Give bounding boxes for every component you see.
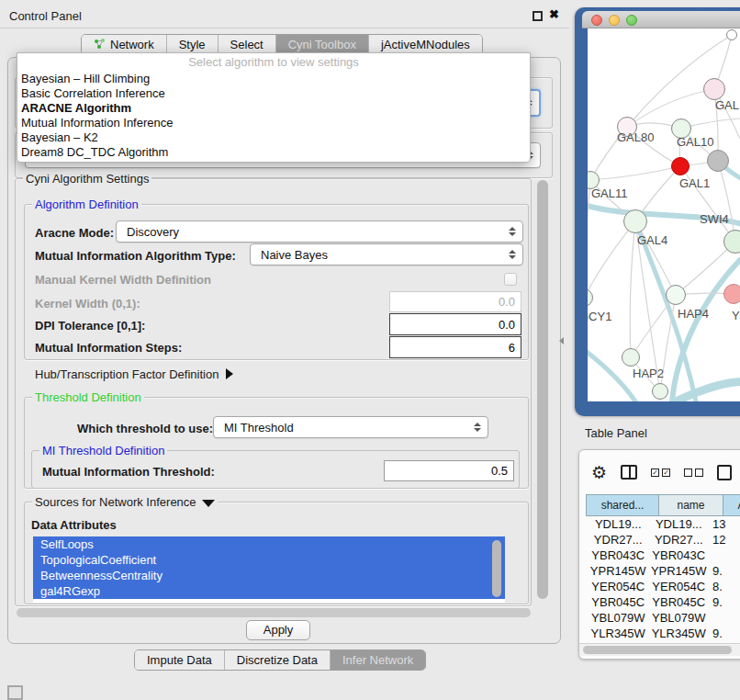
table-cell (707, 548, 740, 563)
which-threshold-label: Which threshold to use: (77, 422, 213, 435)
mi-threshold-field[interactable]: 0.5 (384, 460, 514, 481)
aracne-mode-combobox[interactable]: Discovery (116, 220, 523, 243)
mi-algorithm-type-value: Naive Bayes (261, 248, 328, 262)
attribute-item-selfloops[interactable]: SelfLoops (33, 536, 505, 552)
table-row[interactable]: YDR27...YDR27...12 (586, 532, 740, 548)
node-label-y: Y (732, 309, 740, 322)
aracne-mode-value: Discovery (127, 225, 179, 239)
attribute-item-betweennesscentrality[interactable]: BetweennessCentrality (33, 568, 505, 583)
table-row[interactable]: YBL079WYBL079W (586, 610, 740, 626)
column-header-name[interactable]: name (659, 494, 723, 516)
settings-vertical-scrollbar[interactable] (537, 180, 548, 599)
manual-kernel-width-checkbox[interactable] (504, 273, 517, 286)
network-node[interactable] (726, 29, 737, 40)
network-window-titlebar[interactable] (582, 11, 740, 28)
table-cell: 13 (707, 516, 740, 532)
dropdown-item-bayesian-hill-climbing[interactable]: Bayesian – Hill Climbing (17, 72, 530, 86)
network-canvas[interactable]: GALGAL80GAL10GAL1GAL11GAL4SWI4GCY1HAP4YH… (588, 28, 740, 401)
apply-button[interactable]: Apply (246, 620, 310, 640)
tab-network[interactable]: Network (82, 35, 167, 54)
dropdown-item-dream8-dc-tdc-algorithm[interactable]: Dream8 DC_TDC Algorithm (17, 145, 530, 160)
select-all-columns-icon[interactable]: ✓✓ (651, 469, 670, 477)
column-header-a[interactable]: A (723, 494, 740, 516)
dropdown-item-bayesian-k2[interactable]: Bayesian – K2 (17, 130, 530, 145)
table-cell: YPR145W (586, 563, 650, 579)
window-zoom-icon[interactable] (626, 15, 637, 26)
attributes-scrollbar[interactable] (492, 540, 501, 597)
table-cell: YLR345W (650, 626, 707, 641)
network-node-hap2[interactable] (622, 348, 640, 367)
control-panel-titlebar: Control Panel ✖ (0, 5, 569, 28)
tab-style[interactable]: Style (167, 35, 219, 54)
table-cell: YLR345W (586, 626, 650, 641)
table-row[interactable]: YPR145WYPR145W9. (586, 563, 740, 579)
collapsed-panel-icon[interactable] (7, 685, 23, 700)
tab-infer-network[interactable]: Infer Network (331, 650, 425, 670)
network-node-hap4[interactable] (666, 285, 686, 305)
data-attributes-label: Data Attributes (31, 518, 117, 532)
window-close-icon[interactable] (591, 15, 602, 26)
sources-title-text: Sources for Network Inference (35, 495, 196, 509)
attribute-item-topologicalcoefficient[interactable]: TopologicalCoefficient (33, 552, 505, 568)
tab-label: Infer Network (342, 653, 413, 667)
table-cell: YBL079W (650, 610, 707, 626)
cyni-algorithm-settings-title: Cyni Algorithm Settings (23, 172, 151, 186)
mi-steps-field[interactable]: 6 (389, 336, 521, 358)
scrollbar-thumb[interactable] (583, 646, 732, 654)
tab-impute-data[interactable]: Impute Data (135, 650, 225, 670)
table-cell: YDR27... (650, 532, 707, 548)
table-row[interactable]: YDL19...YDL19...13 (586, 516, 740, 532)
window-minimize-icon[interactable] (609, 15, 620, 26)
mi-algorithm-type-combobox[interactable]: Naive Bayes (250, 243, 523, 265)
gear-icon[interactable]: ⚙ (591, 464, 607, 481)
mi-threshold-label: Mutual Information Threshold: (42, 465, 215, 479)
close-panel-icon[interactable]: ✖ (549, 7, 559, 21)
new-table-icon[interactable] (717, 465, 732, 480)
network-node-gal4[interactable] (623, 209, 647, 233)
table-horizontal-scrollbar[interactable] (579, 643, 740, 656)
table-row[interactable]: YBR043CYBR043C (586, 548, 740, 563)
algorithm-dropdown-popup: Select algorithm to view settings Bayesi… (17, 52, 531, 163)
table-cell: YBR043C (650, 548, 707, 563)
dpi-tolerance-field[interactable]: 0.0 (389, 313, 521, 335)
deselect-all-columns-icon[interactable] (684, 469, 703, 477)
dropdown-item-aracne-algorithm[interactable]: ARACNE Algorithm (17, 101, 530, 116)
splitter-handle-icon[interactable] (559, 337, 564, 344)
table-cell: YDR27... (586, 532, 650, 548)
tab-discretize-data[interactable]: Discretize Data (225, 650, 331, 670)
mi-steps-label: Mutual Information Steps: (35, 341, 182, 355)
kernel-width-field[interactable]: 0.0 (389, 291, 521, 312)
network-node[interactable] (652, 383, 668, 400)
tab-label: Impute Data (147, 653, 212, 667)
hub-definition-label: Hub/Transcription Factor Definition (35, 367, 219, 381)
attribute-item-gal4rgexp[interactable]: gal4RGexp (33, 583, 505, 599)
control-panel-title: Control Panel (9, 9, 82, 23)
table-row[interactable]: YLR345WYLR345W9. (586, 626, 740, 641)
network-node-y[interactable] (723, 284, 740, 304)
tab-jactivemnodules[interactable]: jActiveMNodules (369, 35, 482, 54)
which-threshold-combobox[interactable]: MI Threshold (213, 416, 488, 438)
threshold-definition-title: Threshold Definition (32, 390, 144, 404)
network-node-gal1[interactable] (671, 157, 690, 175)
node-label-hap2: HAP2 (633, 367, 664, 380)
table-row[interactable]: YBR045CYBR045C9. (586, 594, 740, 610)
settings-horizontal-scrollbar[interactable] (17, 608, 531, 617)
node-label-gal1: GAL1 (679, 176, 710, 190)
network-node-gal[interactable] (703, 78, 725, 100)
table-row[interactable]: YER054CYER054C8. (586, 579, 740, 594)
tab-cyni-toolbox[interactable]: Cyni Toolbox (276, 35, 369, 54)
hub-definition-toggle[interactable]: Hub/Transcription Factor Definition (35, 367, 233, 381)
dpi-tolerance-label: DPI Tolerance [0,1]: (35, 319, 145, 333)
float-panel-icon[interactable] (533, 11, 543, 21)
tab-label: Select (230, 38, 263, 51)
data-attributes-list[interactable]: SelfLoopsTopologicalCoefficientBetweenne… (33, 536, 505, 603)
table-cell: YBL079W (586, 610, 650, 626)
dropdown-item-mutual-information-inference[interactable]: Mutual Information Inference (17, 116, 530, 130)
collapse-arrow-icon[interactable] (202, 500, 215, 507)
tab-select[interactable]: Select (219, 35, 276, 54)
network-node[interactable] (707, 150, 729, 172)
column-header-shared[interactable]: shared... (586, 494, 659, 516)
network-icon (94, 38, 106, 52)
dropdown-item-basic-correlation-inference[interactable]: Basic Correlation Inference (17, 86, 530, 101)
columns-icon[interactable] (621, 465, 637, 480)
